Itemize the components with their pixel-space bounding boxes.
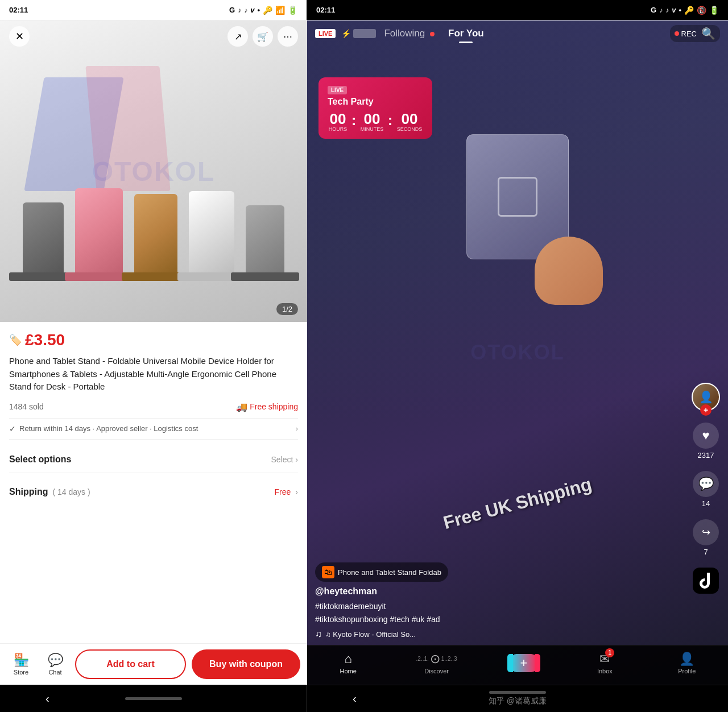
store-button[interactable]: 🏪 Store <box>7 653 35 676</box>
free-uk-shipping-text: Free UK Shipping <box>441 474 594 533</box>
sold-count: 1484 sold <box>9 402 44 411</box>
select-options-label: Select options <box>9 454 71 465</box>
back-button-right[interactable]: ‹ <box>353 692 357 705</box>
seconds-label: SECONDS <box>397 126 423 132</box>
select-chevron-icon: › <box>295 455 298 464</box>
status-bar-right: 02:11 G ♪ ♪ v • 🔑 📵 🔋 <box>307 0 728 20</box>
home-icon: ⌂ <box>345 652 352 667</box>
select-options-row[interactable]: Select options Select › <box>9 446 298 473</box>
chat-button[interactable]: 💬 Chat <box>41 653 69 676</box>
discover-numbers-right: 1..2..3 <box>441 656 457 662</box>
follow-plus-button[interactable]: + <box>700 404 712 416</box>
signal-dot: • <box>257 6 260 14</box>
tiktok-side-actions: 👤 + ♥ 2317 💬 14 ↪ 7 <box>692 383 720 594</box>
shop-bag-icon: 🛍 <box>322 566 334 578</box>
time-left: 02:11 <box>9 6 28 14</box>
countdown-minutes: 00 MINUTES <box>361 111 384 132</box>
sold-shipping-row: 1484 sold 🚚 Free shipping <box>9 401 298 412</box>
creator-username[interactable]: @heytechman <box>315 586 682 597</box>
tiktok-bottom-nav: ⌂ Home .2..1. ⊙ 1..2..3 Discover + <box>307 645 728 685</box>
image-counter: 1/2 <box>276 303 298 315</box>
home-pill-right[interactable] <box>489 691 546 694</box>
comment-icon: 💬 <box>693 471 719 497</box>
discover-icon: ⊙ <box>430 652 440 667</box>
plus-icon: + <box>520 656 528 670</box>
nav-home[interactable]: ⌂ Home <box>334 652 362 674</box>
minutes-value: 00 <box>361 111 384 126</box>
product-chip[interactable]: 🛍 Phone and Tablet Stand Foldab <box>315 562 448 582</box>
countdown-seconds: 00 SECONDS <box>397 111 423 132</box>
video-hashtags: #tiktokmademebuyit #tiktokshopunboxing #… <box>315 600 682 626</box>
cart-button[interactable]: 🛒 <box>253 26 273 47</box>
share-count: 7 <box>704 548 708 556</box>
comment-button[interactable]: 💬 14 <box>693 471 719 508</box>
search-icon[interactable]: 🔍 <box>701 27 715 40</box>
following-dot <box>430 32 435 36</box>
music-icon: ♫ <box>315 629 322 639</box>
key-icon-r: 🔑 <box>684 6 694 15</box>
tab-for-you[interactable]: For You <box>442 26 490 42</box>
tiktok-logo-button[interactable] <box>693 568 719 594</box>
close-button[interactable]: ✕ <box>9 26 30 47</box>
status-icons-right: G ♪ ♪ v • 🔑 📵 🔋 <box>651 6 719 15</box>
tiktok-video: OTOKOL Free UK Shipping LIVE Tech Party … <box>307 20 728 685</box>
more-button[interactable]: ⋯ <box>278 26 298 47</box>
select-action-text: Select <box>271 455 293 464</box>
music-text: ♫ Kyoto Flow - Official So... <box>325 630 416 639</box>
battery-icon-r: 🔋 <box>709 6 719 15</box>
discover-numbers-left: .2..1. <box>416 656 429 662</box>
tiktok-header: LIVE ⚡ Following For You REC 🔍 <box>307 20 728 47</box>
buy-with-coupon-button[interactable]: Buy with coupon <box>192 649 300 679</box>
rec-dot <box>675 31 679 36</box>
return-policy-text: Return within 14 days · Approved seller … <box>19 424 198 433</box>
phone-nav-left: ‹ ‹ <box>0 685 307 712</box>
shipping-row[interactable]: Shipping ( 14 days ) Free › <box>9 480 298 504</box>
nav-inbox[interactable]: ✉ 1 Inbox <box>590 652 619 674</box>
like-count: 2317 <box>698 451 714 460</box>
status-icons-left: G ♪ ♪ v • 🔑 📶 🔋 <box>229 6 297 15</box>
tiktok-logo-icon <box>699 573 713 589</box>
share-button-tiktok[interactable]: ↪ 7 <box>693 519 719 556</box>
inbox-label: Inbox <box>597 668 613 674</box>
countdown-hours: 00 HOURS <box>329 111 348 132</box>
store-label: Store <box>14 669 28 676</box>
add-to-cart-button[interactable]: Add to cart <box>75 649 186 679</box>
home-pill-left[interactable] <box>125 697 182 700</box>
heart-icon: ♥ <box>693 423 719 449</box>
tiktok-icon-r1: ♪ <box>659 6 663 14</box>
share-button[interactable]: ↗ <box>228 26 248 47</box>
nav-profile[interactable]: 👤 Profile <box>673 652 701 674</box>
return-policy-row[interactable]: ✓ Return within 14 days · Approved selle… <box>9 418 298 440</box>
music-info: ♫ ♫ Kyoto Flow - Official So... <box>315 629 682 639</box>
lightning-icon: ⚡ <box>341 29 351 38</box>
status-bar-left: 02:11 G ♪ ♪ v • 🔑 📶 🔋 <box>0 0 307 20</box>
like-button[interactable]: ♥ 2317 <box>693 423 719 460</box>
product-toolbar: ✕ ↗ 🛒 ⋯ <box>0 20 307 52</box>
tiktok-icon-r2: ♪ <box>665 6 669 14</box>
shipping-label: Shipping <box>9 487 48 497</box>
product-title: Phone and Tablet Stand - Foldable Univer… <box>9 355 298 394</box>
live-tab-badge[interactable]: LIVE <box>315 29 336 38</box>
battery-icon: 🔋 <box>288 6 297 15</box>
back-button-left[interactable]: ‹ <box>46 692 49 705</box>
nav-discover[interactable]: .2..1. ⊙ 1..2..3 Discover <box>416 652 457 674</box>
zhihu-watermark: 知乎 @诸葛威廉 <box>489 696 547 706</box>
tiktok-bottom-info: 🛍 Phone and Tablet Stand Foldab @heytech… <box>315 562 682 639</box>
tiktok-icon2: ♪ <box>244 6 247 14</box>
wifi-x-icon: 📵 <box>697 6 706 15</box>
g-icon: G <box>229 6 235 14</box>
creator-avatar[interactable]: 👤 + <box>692 383 720 411</box>
g-icon-r: G <box>651 6 656 14</box>
tech-party-title: Tech Party <box>328 97 423 107</box>
create-button[interactable]: + <box>511 654 537 672</box>
v-icon: v <box>250 6 254 14</box>
rec-label: REC <box>681 30 697 38</box>
inbox-badge-count: 1 <box>605 648 614 657</box>
product-price: £3.50 <box>25 331 65 349</box>
bottom-action-bar: 🏪 Store 💬 Chat Add to cart Buy with coup… <box>0 643 307 685</box>
product-chip-text: Phone and Tablet Stand Foldab <box>338 568 441 577</box>
profile-label: Profile <box>678 668 696 674</box>
tab-following[interactable]: Following <box>378 26 440 42</box>
price-tag-icon: 🏷️ <box>9 334 22 346</box>
battery-progress <box>353 29 376 38</box>
